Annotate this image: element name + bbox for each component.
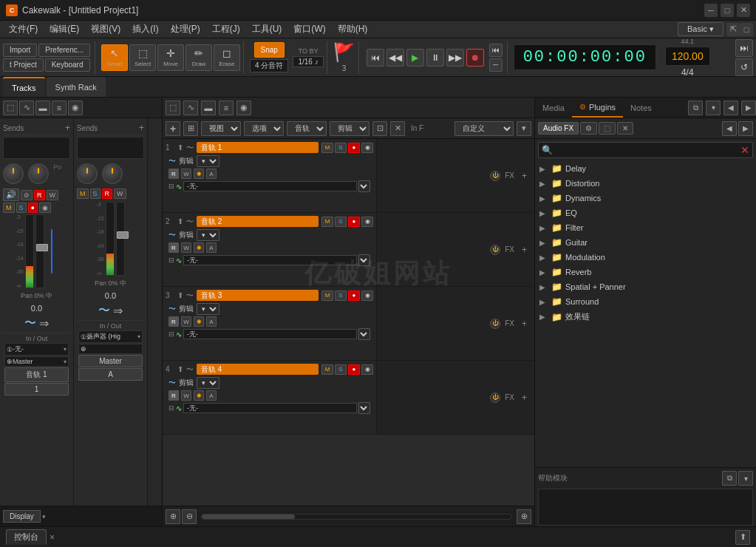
track-3-w-btn[interactable]: W xyxy=(181,316,191,327)
rp-navigate-btn[interactable]: ◀ xyxy=(723,101,738,115)
track-4-rec-btn[interactable]: ● xyxy=(348,364,360,375)
menu-view[interactable]: 视图(V) xyxy=(85,21,126,37)
strip1-phase-btn[interactable]: ⊘ xyxy=(21,190,33,200)
select-mode-btn[interactable]: ⬚ Select xyxy=(129,44,156,71)
plugins-tab[interactable]: ⚙ Plugins xyxy=(572,98,623,118)
track-2-star-btn[interactable]: ✱ xyxy=(194,242,204,253)
mixer-expand-btn[interactable]: ⬚ xyxy=(3,101,18,115)
strip1-m-btn[interactable]: M xyxy=(3,203,15,213)
h-scrollbar[interactable] xyxy=(201,514,512,520)
menu-edit[interactable]: 编辑(E) xyxy=(44,21,85,37)
menu-file[interactable]: 文件(F) xyxy=(3,21,44,37)
strip1-knob2[interactable] xyxy=(28,163,49,184)
plugin-cat-modulation[interactable]: ▶ 📁 Modulation xyxy=(538,250,753,265)
track-4-collapse[interactable]: ⊟ xyxy=(168,404,174,412)
record-btn[interactable]: ⏺ xyxy=(466,49,484,67)
fit-height-btn[interactable]: ⊡ xyxy=(372,121,387,136)
custom-dropdown[interactable]: 自定义 xyxy=(454,121,514,136)
master-knob1[interactable] xyxy=(77,163,98,184)
track-options-btn[interactable]: ◉ xyxy=(236,101,251,115)
rp-copy-btn[interactable]: ⧉ xyxy=(688,101,703,115)
track-1-fx-power[interactable]: ⏻ xyxy=(490,171,500,181)
play-btn[interactable]: ▶ xyxy=(406,49,424,67)
track-3-edit-dropdown[interactable]: ▾ xyxy=(197,303,219,315)
track-1-m-btn[interactable]: M xyxy=(321,143,333,153)
draw-mode-btn[interactable]: ✏ Draw xyxy=(185,44,212,71)
menu-process[interactable]: 处理(P) xyxy=(165,21,206,37)
time-sig[interactable]: 4/4 xyxy=(665,67,710,78)
tracks-tab[interactable]: Tracks xyxy=(3,77,45,97)
master-w-btn[interactable]: W xyxy=(114,188,126,199)
strip1-r-btn[interactable]: R xyxy=(34,190,45,200)
bottom-expand-btn[interactable]: ⬆ xyxy=(735,530,750,545)
master-m-btn[interactable]: M xyxy=(77,188,89,199)
loop-end-btn[interactable]: ─ xyxy=(489,58,503,72)
plugin-search-clear[interactable]: ✕ xyxy=(740,144,749,156)
fx-tab[interactable]: ⚙ xyxy=(580,122,597,135)
track-2-monitor-btn[interactable]: ◉ xyxy=(361,217,373,227)
fast-forward-btn[interactable]: ▶▶ xyxy=(446,49,464,67)
track-1-select-input[interactable]: -无- xyxy=(183,181,357,191)
project-tab[interactable]: t Project xyxy=(3,58,44,72)
strip1-master-select[interactable]: ⊕ Master ▾ xyxy=(4,356,69,367)
track-1-w-btn[interactable]: W xyxy=(181,169,191,179)
help-options-btn[interactable]: ▾ xyxy=(738,471,753,486)
plugin-cat-effects-chain[interactable]: ▶ 📁 效果链 xyxy=(538,309,753,325)
master-r-btn[interactable]: R xyxy=(102,188,113,199)
next-marker-btn[interactable]: ⏭ xyxy=(735,39,753,57)
maximize-button[interactable]: □ xyxy=(721,4,734,17)
track-2-w-btn[interactable]: W xyxy=(181,242,191,253)
mixer-meter-btn[interactable]: ▬ xyxy=(35,101,50,115)
rp-options-btn[interactable]: ▾ xyxy=(706,101,721,115)
master-fader-thumb[interactable] xyxy=(117,231,129,239)
track-4-select-dropdown[interactable]: ▾ xyxy=(358,402,370,414)
menu-tools[interactable]: 工具(U) xyxy=(246,21,288,37)
minimize-button[interactable]: ─ xyxy=(704,4,718,17)
track-2-select-dropdown[interactable]: ▾ xyxy=(358,254,370,266)
keyboard-tab[interactable]: Keyboard xyxy=(45,58,90,72)
track-3-monitor-btn[interactable]: ◉ xyxy=(361,291,373,301)
zoom-out-v-btn[interactable]: ⊖ xyxy=(182,509,197,524)
rewind-btn[interactable]: ◀◀ xyxy=(386,49,404,67)
close-button[interactable]: ✕ xyxy=(737,4,750,17)
erase-mode-btn[interactable]: ◻ Erase xyxy=(214,44,240,71)
master-knob2[interactable] xyxy=(102,163,123,184)
track-4-fx-power[interactable]: ⏻ xyxy=(490,393,500,403)
add-track-btn[interactable]: + xyxy=(166,121,180,136)
help-copy-btn[interactable]: ⧉ xyxy=(722,471,737,486)
options-dropdown[interactable]: 选项 xyxy=(244,121,284,136)
track-2-a-btn[interactable]: A xyxy=(206,242,217,253)
track-4-monitor-btn[interactable]: ◉ xyxy=(361,364,373,375)
layout-options[interactable]: □ xyxy=(740,23,753,36)
menu-window[interactable]: 窗口(W) xyxy=(287,21,331,37)
track-3-rec-btn[interactable]: ● xyxy=(348,291,360,301)
track-4-fx-add[interactable]: + xyxy=(522,393,527,403)
track-2-rec-btn[interactable]: ● xyxy=(348,217,360,227)
plugin-cat-guitar[interactable]: ▶ 📁 Guitar xyxy=(538,235,753,250)
close-track-btn[interactable]: ✕ xyxy=(390,121,405,136)
track-2-name-input[interactable]: 音轨 2 xyxy=(197,216,319,227)
mixer-eq-btn[interactable]: ∿ xyxy=(19,101,34,115)
preset-dropdown[interactable]: Basic ▾ xyxy=(678,22,723,36)
rp-subtab-nav2[interactable]: ▶ xyxy=(738,121,753,136)
track-2-m-btn[interactable]: M xyxy=(321,217,333,227)
track-3-select-dropdown[interactable]: ▾ xyxy=(358,328,370,340)
track-1-rec-btn[interactable]: ● xyxy=(348,143,360,153)
import-tab[interactable]: Import xyxy=(3,44,37,57)
prefs-tab[interactable]: Preferenc... xyxy=(38,44,90,57)
loop-start-btn[interactable]: ⏮ xyxy=(489,44,503,57)
track-2-fx-add[interactable]: + xyxy=(522,245,527,255)
layout-restore[interactable]: ⇱ xyxy=(726,23,740,36)
track-2-fx-power[interactable]: ⏻ xyxy=(490,245,500,255)
track-4-edit-dropdown[interactable]: ▾ xyxy=(197,377,219,389)
menu-project[interactable]: 工程(J) xyxy=(206,21,246,37)
pause-btn[interactable]: ⏸ xyxy=(426,49,444,67)
track-3-select-input[interactable]: -无- xyxy=(183,329,357,339)
console-tab[interactable]: 控制台 xyxy=(6,529,47,545)
track-3-s-btn[interactable]: S xyxy=(335,291,347,301)
strip1-input-select[interactable]: ① -无- ▾ xyxy=(4,343,69,356)
strip1-fader-thumb[interactable] xyxy=(36,244,48,251)
track-1-edit-dropdown[interactable]: ▾ xyxy=(197,155,219,167)
notes-tab[interactable]: Notes xyxy=(623,98,659,118)
track-eq-btn[interactable]: ∿ xyxy=(183,101,198,115)
